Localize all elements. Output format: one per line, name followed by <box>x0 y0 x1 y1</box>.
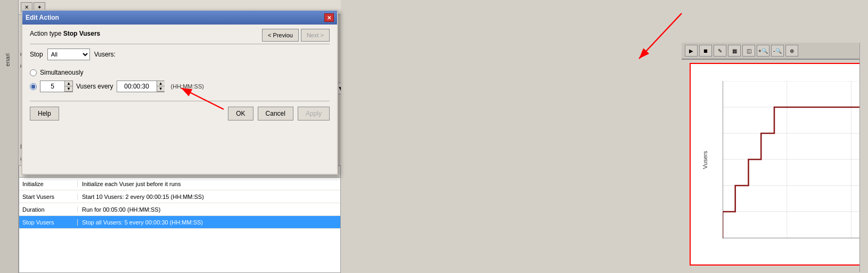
table-row[interactable]: Duration Run for 00:05:00 (HH:MM:SS) <box>19 203 340 216</box>
prev-button[interactable]: < Previou <box>262 29 299 42</box>
divider-bottom <box>30 101 330 101</box>
time-spinner-up[interactable]: ▲ <box>157 81 165 86</box>
right-scrollbar[interactable] <box>859 43 868 272</box>
apply-button[interactable]: Apply <box>298 107 330 121</box>
row-props-3: Run for 00:05:00 (HH:MM:SS) <box>78 206 160 213</box>
sidebar-strip: enari <box>0 0 19 273</box>
stop-row: Stop All Vusers: <box>30 49 330 60</box>
time-spinner[interactable]: ▲ ▼ <box>117 81 165 92</box>
stop-select[interactable]: All <box>47 49 90 60</box>
row-action-1: Initialize <box>19 181 78 187</box>
rt-btn-zoom-out[interactable]: -🔍 <box>771 45 784 57</box>
spinner-down[interactable]: ▼ <box>65 86 72 92</box>
row-props-1: Initialize each Vuser just before it run… <box>78 181 181 187</box>
help-button[interactable]: Help <box>30 107 59 121</box>
vusers-count-input[interactable] <box>40 81 64 92</box>
row-action-2: Start Vusers <box>19 194 78 200</box>
close-button[interactable]: ✕ <box>324 13 334 22</box>
radio-count[interactable] <box>30 83 37 90</box>
table-row[interactable]: Initialize Initialize each Vuser just be… <box>19 178 340 190</box>
row-action-4: Stop Vusers <box>19 219 78 226</box>
graph-container: Interactive Schedule Graph Legend Global… <box>690 63 868 266</box>
rt-btn-5[interactable]: ◫ <box>742 45 755 57</box>
graph-area: Vusers Time 12 <box>723 81 868 238</box>
table-row[interactable]: Start Vusers Start 10 Vusers: 2 every 00… <box>19 190 340 203</box>
rt-btn-4[interactable]: ▦ <box>728 45 741 57</box>
dialog-titlebar: Edit Action ✕ <box>22 11 337 25</box>
rt-btn-fit[interactable]: ⊕ <box>785 45 798 57</box>
radio-simultaneously-row: Simultaneously <box>30 66 330 79</box>
divider-top <box>30 44 330 44</box>
rt-btn-2[interactable]: ⏹ <box>699 45 712 57</box>
rt-btn-3[interactable]: ✎ <box>714 45 726 57</box>
vusers-every-label: Vusers every <box>76 83 113 90</box>
radio-simultaneously-label: Simultaneously <box>40 69 83 76</box>
vusers-label: Vusers: <box>94 51 116 58</box>
radio-count-row: ▲ ▼ Vusers every ▲ ▼ (HH:MM:SS) <box>30 79 330 93</box>
graph-svg: 12 10 8 6 4 2 0 00:00:00 00:01:00 00:02:… <box>723 81 868 238</box>
action-type-value: Stop Vusers <box>63 30 101 37</box>
right-panel: ▶ ⏹ ✎ ▦ ◫ +🔍 -🔍 ⊕ Interactive Schedule G… <box>341 0 868 273</box>
y-axis-label: Vusers <box>702 151 708 169</box>
rt-btn-1[interactable]: ▶ <box>685 45 698 57</box>
time-spinner-arrows: ▲ ▼ <box>157 81 165 92</box>
ok-button[interactable]: OK <box>228 107 253 121</box>
dialog-buttons: Help OK Cancel Apply <box>30 107 330 121</box>
next-button[interactable]: Next > <box>301 29 330 42</box>
row-props-2: Start 10 Vusers: 2 every 00:00:15 (HH:MM… <box>78 194 204 200</box>
time-input[interactable] <box>117 81 157 92</box>
radio-simultaneously[interactable] <box>30 69 37 76</box>
sidebar-label-1: enari <box>4 53 11 66</box>
vusers-count-spinner[interactable]: ▲ ▼ <box>40 81 73 92</box>
radio-group: Simultaneously ▲ ▼ Vusers every <box>30 66 330 93</box>
graph-title: Interactive Schedule Graph <box>691 64 868 81</box>
spinner-arrows: ▲ ▼ <box>64 81 72 92</box>
right-toolbar: ▶ ⏹ ✎ ▦ ◫ +🔍 -🔍 ⊕ <box>682 43 868 60</box>
table-row-selected[interactable]: Stop Vusers Stop all Vusers: 5 every 00:… <box>19 216 340 229</box>
time-format-label: (HH:MM:SS) <box>171 83 204 90</box>
row-action-3: Duration <box>19 206 78 213</box>
dialog-title: Edit Action <box>26 14 59 21</box>
edit-action-dialog: Edit Action ✕ < Previou Next > Action ty… <box>21 10 338 175</box>
stop-label: Stop <box>30 51 43 58</box>
action-table: Action Properties Initialize Initialize … <box>19 165 341 273</box>
action-type-label: Action type <box>30 30 61 37</box>
rt-btn-zoom-in[interactable]: +🔍 <box>757 45 769 57</box>
spinner-up[interactable]: ▲ <box>65 81 72 86</box>
time-spinner-down[interactable]: ▼ <box>157 86 165 92</box>
dialog-nav: < Previou Next > <box>262 29 330 42</box>
row-props-4: Stop all Vusers: 5 every 00:00:30 (HH:MM… <box>78 219 203 226</box>
cancel-button[interactable]: Cancel <box>258 107 293 121</box>
